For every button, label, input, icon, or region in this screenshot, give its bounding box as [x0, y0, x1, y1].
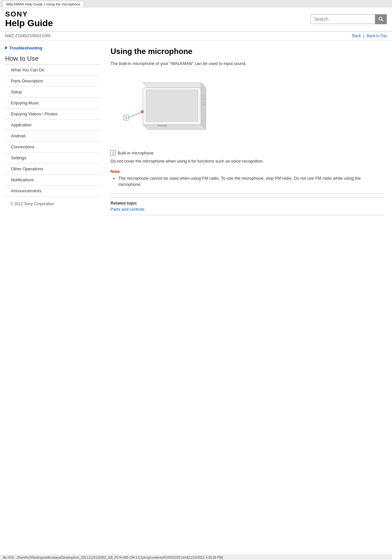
sidebar-item-android[interactable]: Android: [5, 131, 100, 142]
device-image-container: 1: [114, 73, 217, 145]
svg-marker-8: [143, 125, 206, 130]
back-link[interactable]: Back: [352, 34, 361, 38]
search-input[interactable]: [311, 14, 375, 24]
copyright-text: © 2012 Sony Corporation: [10, 202, 54, 206]
content-area: Using the microphone The built-in microp…: [100, 40, 392, 225]
sidebar-footer: © 2012 Sony Corporation: [5, 196, 100, 206]
svg-point-0: [379, 17, 382, 20]
sidebar-item-notifications[interactable]: Notifications: [5, 174, 100, 185]
do-not-cover-text: Do not cover the microphone when using i…: [111, 158, 384, 164]
search-icon: [378, 16, 384, 22]
svg-rect-5: [146, 90, 198, 122]
related-topic-section: Related topic Parts and controls: [111, 197, 384, 212]
svg-point-10: [141, 110, 144, 113]
caption-text: Built-in microphone: [118, 151, 154, 155]
related-section-divider: [111, 194, 384, 194]
sidebar-item-parts-description[interactable]: Parts Description: [5, 76, 100, 87]
svg-text:1: 1: [125, 116, 127, 120]
sidebar-item-what-you-can-do[interactable]: What You Can Do: [5, 65, 100, 76]
nav-bar: NWZ-Z1040/Z1050/Z1060 Back | Back to Top: [0, 32, 392, 40]
svg-rect-6: [201, 96, 206, 99]
svg-line-1: [382, 20, 383, 21]
svg-marker-3: [201, 83, 206, 130]
content-intro: The built-in microphone of your "WALKMAN…: [111, 60, 384, 67]
sidebar-item-settings[interactable]: Settings: [5, 153, 100, 164]
search-area: [311, 14, 387, 24]
sidebar-item-application[interactable]: Application: [5, 120, 100, 131]
parts-and-controls-link[interactable]: Parts and controls: [111, 207, 144, 212]
back-to-top-link[interactable]: Back to Top: [367, 34, 387, 38]
svg-rect-7: [201, 102, 206, 105]
sidebar-item-connections[interactable]: Connections: [5, 142, 100, 153]
header-left: SONY Help Guide: [5, 10, 53, 28]
sidebar-item-enjoying-videos[interactable]: Enjoying Videos / Photos: [5, 109, 100, 120]
page-header: SONY Help Guide: [0, 7, 392, 32]
svg-rect-9: [157, 125, 167, 126]
sidebar: Troubleshooting How to Use What You Can …: [0, 40, 100, 225]
nav-bar-right: Back | Back to Top: [352, 34, 387, 38]
note-label: Note: [111, 169, 384, 174]
troubleshooting-link[interactable]: Troubleshooting: [5, 46, 100, 50]
chevron-right-icon: [5, 46, 7, 49]
model-label: NWZ-Z1040/Z1050/Z1060: [5, 34, 50, 38]
note-content: The microphone cannot be used when using…: [111, 175, 384, 188]
main-container: Troubleshooting How to Use What You Can …: [0, 40, 392, 225]
help-guide-title: Help Guide: [5, 18, 53, 28]
note-section: Note The microphone cannot be used when …: [111, 169, 384, 188]
browser-tab: WALKMAN Help Guide | Using the microphon…: [3, 1, 84, 7]
sidebar-section-title: How to Use: [5, 55, 100, 65]
note-item-1: The microphone cannot be used when using…: [118, 175, 384, 188]
sidebar-item-other-operations[interactable]: Other Operations: [5, 164, 100, 174]
sony-logo: SONY: [5, 10, 53, 18]
device-illustration: 1: [114, 73, 217, 144]
browser-tab-bar: WALKMAN Help Guide | Using the microphon…: [0, 0, 392, 7]
sidebar-item-announcements[interactable]: Announcements: [5, 185, 100, 196]
sidebar-item-setup[interactable]: Setup: [5, 87, 100, 98]
related-topic-label: Related topic: [111, 201, 384, 206]
content-title: Using the microphone: [111, 47, 384, 56]
search-button[interactable]: [375, 14, 387, 24]
sidebar-item-enjoying-music[interactable]: Enjoying Music: [5, 98, 100, 109]
related-section-divider-bottom: [111, 215, 384, 215]
tab-title: WALKMAN Help Guide | Using the microphon…: [6, 2, 80, 6]
caption-number: 1: [111, 150, 116, 155]
nav-separator: |: [363, 34, 364, 38]
caption-row: 1 Built-in microphone: [111, 150, 384, 155]
svg-marker-2: [143, 83, 206, 88]
troubleshooting-label: Troubleshooting: [9, 46, 42, 50]
